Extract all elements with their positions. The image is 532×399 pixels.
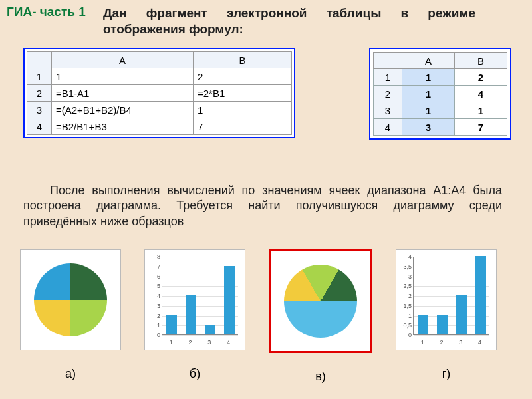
option-label: б)	[190, 367, 200, 381]
y-tick: 1	[398, 313, 412, 319]
y-tick: 1	[147, 322, 160, 329]
y-tick: 4	[398, 253, 412, 260]
x-tick: 3	[207, 339, 211, 346]
y-tick: 0,5	[398, 322, 412, 329]
row-header: 3	[374, 102, 402, 119]
x-tick: 1	[170, 339, 173, 346]
option-c: в)	[269, 249, 372, 384]
table-corner	[27, 52, 52, 68]
x-tick: 2	[440, 339, 444, 346]
x-tick: 1	[421, 339, 424, 346]
y-tick: 2	[398, 293, 412, 299]
table-row: 3 =(A2+B1+B2)/B4 1	[27, 102, 292, 118]
x-tick: 4	[478, 339, 481, 346]
section-label: ГИА- часть 1	[7, 5, 86, 19]
cell: 2	[194, 68, 292, 85]
y-tick: 2,5	[398, 283, 412, 289]
table-row: 1 1 2	[27, 68, 292, 85]
option-label: в)	[315, 370, 326, 384]
y-tick: 1,5	[398, 303, 412, 309]
col-header: A	[52, 52, 194, 68]
cell: 1	[402, 69, 455, 86]
bar	[475, 256, 486, 334]
table-row: 2 =B1-A1 =2*B1	[27, 85, 292, 102]
row-header: 4	[27, 118, 52, 135]
table-corner	[374, 53, 402, 69]
y-tick: 0	[147, 332, 160, 338]
option-a: а)	[20, 249, 121, 384]
y-tick: 6	[147, 273, 160, 280]
bar	[224, 266, 235, 334]
table-row: 4 3 7	[374, 119, 507, 136]
cell: =B1-A1	[52, 85, 194, 102]
bar-chart	[162, 257, 238, 335]
values-table-frame: A B 1 1 2 2 1 4 3 1 1 4 3 7	[369, 48, 511, 140]
chart-c-frame	[269, 249, 372, 353]
cell: 1	[402, 86, 455, 102]
y-tick: 3,5	[398, 263, 412, 270]
col-header: B	[194, 52, 292, 68]
x-tick: 3	[459, 339, 462, 346]
table-row: 2 1 4	[374, 86, 507, 102]
cell: 3	[402, 119, 455, 136]
option-b: 0123456781234 б)	[144, 249, 245, 384]
cell: 1	[52, 68, 194, 85]
values-table: A B 1 1 2 2 1 4 3 1 1 4 3 7	[373, 52, 507, 136]
bar-chart	[413, 257, 489, 335]
chart-d-frame: 00,511,522,533,541234	[396, 249, 497, 350]
cell: 2	[455, 69, 507, 86]
row-header: 3	[27, 102, 52, 118]
cell: 1	[402, 102, 455, 119]
cell: 7	[194, 118, 292, 135]
problem-paragraph: После выполнения вычислений по значениям…	[23, 183, 502, 229]
chart-options-row: а) 0123456781234 б) в) 00,511,522,533,54…	[20, 249, 512, 384]
y-tick: 2	[147, 313, 160, 319]
col-header: A	[402, 53, 455, 69]
y-tick: 8	[147, 253, 160, 260]
row-header: 2	[374, 86, 402, 102]
col-header: B	[455, 53, 507, 69]
y-tick: 0	[398, 332, 412, 338]
y-tick: 7	[147, 263, 160, 270]
bar	[186, 295, 196, 334]
bar	[456, 295, 467, 334]
formula-table-frame: A B 1 1 2 2 =B1-A1 =2*B1 3 =(A2+B1+B2)/B…	[23, 48, 295, 138]
option-d: 00,511,522,533,541234 г)	[396, 249, 497, 384]
table-row: 1 1 2	[374, 69, 507, 86]
table-row: 4 =B2/B1+B3 7	[27, 118, 292, 135]
y-tick: 5	[147, 283, 160, 289]
table-row: 3 1 1	[374, 102, 507, 119]
y-tick: 3	[398, 273, 412, 280]
y-tick: 4	[147, 293, 160, 299]
chart-b-frame: 0123456781234	[144, 249, 245, 350]
y-tick: 3	[147, 303, 160, 309]
bar	[418, 315, 428, 335]
option-label: г)	[442, 367, 451, 381]
cell: 7	[455, 119, 507, 136]
cell: =2*B1	[194, 85, 292, 102]
row-header: 2	[27, 85, 52, 102]
slide-title: Дан фрагмент электронной таблицы в режим…	[103, 5, 475, 37]
chart-a-frame	[20, 249, 121, 350]
option-label: а)	[65, 367, 76, 381]
pie-chart	[284, 265, 357, 338]
cell: 4	[455, 86, 507, 102]
row-header: 4	[374, 119, 402, 136]
bar	[437, 315, 448, 335]
formula-table: A B 1 1 2 2 =B1-A1 =2*B1 3 =(A2+B1+B2)/B…	[27, 51, 292, 135]
x-tick: 2	[189, 339, 192, 346]
x-tick: 4	[227, 339, 230, 346]
bar	[205, 325, 215, 334]
bar	[166, 315, 177, 335]
pie-chart	[34, 263, 107, 336]
row-header: 1	[27, 68, 52, 85]
row-header: 1	[374, 69, 402, 86]
cell: 1	[194, 102, 292, 118]
cell: 1	[455, 102, 507, 119]
cell: =(A2+B1+B2)/B4	[52, 102, 194, 118]
cell: =B2/B1+B3	[52, 118, 194, 135]
